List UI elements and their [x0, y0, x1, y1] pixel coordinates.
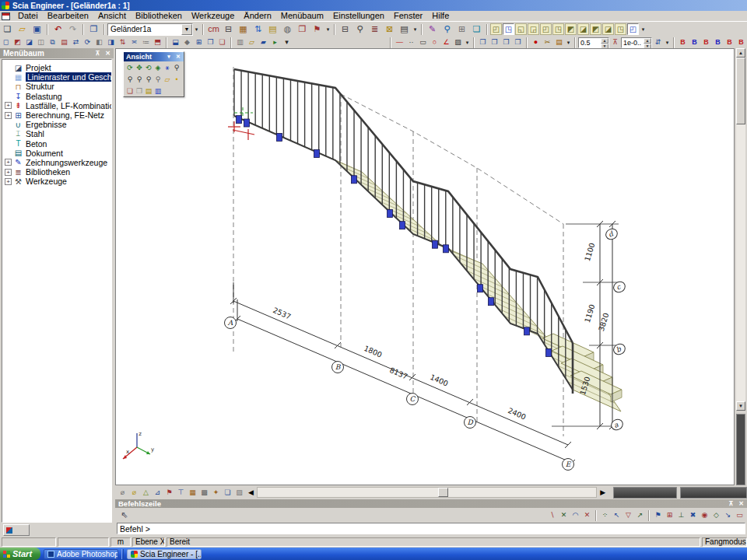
box-3d[interactable]: ⊠: [382, 23, 397, 36]
chevron-down-icon[interactable]: ▾: [565, 37, 572, 48]
sidebar-item-projekt[interactable]: ◪Projekt: [2, 63, 111, 72]
save-file[interactable]: ▣: [30, 23, 44, 36]
snap-cross[interactable]: ✕: [558, 510, 570, 520]
view-front[interactable]: ◰: [490, 23, 502, 35]
copy-entity[interactable]: ❐: [477, 37, 489, 47]
render-mode[interactable]: ▥: [153, 86, 163, 96]
expander-icon[interactable]: +: [5, 159, 12, 166]
task-button-scia[interactable]: Scia Engineer - [...: [127, 549, 202, 559]
move-entity[interactable]: ❐: [500, 37, 512, 47]
sidebar-item-zeichnungswerkzeuge[interactable]: +✎Zeichnungswerkzeuge: [2, 158, 111, 167]
snap-arc[interactable]: ◠: [570, 510, 581, 520]
select-layer[interactable]: ⧉: [47, 37, 58, 47]
close-icon[interactable]: ✕: [103, 49, 112, 58]
mesh-tool[interactable]: ▦: [187, 488, 198, 498]
menu-bearbeiten[interactable]: Bearbeiten: [43, 11, 93, 21]
chevron-down-icon[interactable]: ▾: [640, 23, 647, 35]
annotate[interactable]: ▰: [258, 37, 269, 47]
clipboard[interactable]: ▤: [553, 37, 565, 47]
start-button[interactable]: Start: [0, 548, 40, 560]
snap-step[interactable]: ⊼: [609, 37, 621, 47]
ansicht-toolbar-title[interactable]: Ansicht ▾ ✕: [124, 52, 184, 61]
menu-einstellungen[interactable]: Einstellungen: [328, 11, 389, 21]
beam-4[interactable]: B: [712, 37, 724, 47]
rotate[interactable]: ⟳: [82, 37, 93, 47]
sidebar-item-bibliotheken[interactable]: +≣Bibliotheken: [2, 167, 111, 177]
refresh[interactable]: ▸: [269, 37, 281, 47]
select-all[interactable]: ◻: [0, 37, 12, 47]
zoom-window[interactable]: ⚲: [135, 74, 144, 85]
view-iso[interactable]: ◰: [627, 23, 639, 35]
folder-view[interactable]: ▱: [163, 74, 172, 85]
calculator[interactable]: ▦: [236, 23, 251, 36]
print-data[interactable]: ⊟: [221, 23, 236, 36]
paste[interactable]: ❏: [216, 37, 228, 47]
view-axo4[interactable]: ◪: [602, 23, 614, 35]
array[interactable]: ⊞: [193, 37, 205, 47]
link-1[interactable]: ⌀: [117, 488, 128, 498]
vertical-scroll-thumb[interactable]: [736, 58, 745, 124]
window-view-1[interactable]: ❏: [125, 86, 135, 96]
select-window[interactable]: ◫: [35, 37, 47, 47]
hatch-tool[interactable]: ▨: [452, 37, 464, 47]
chevron-down-icon[interactable]: ▾: [193, 23, 200, 35]
mdi-child-icon[interactable]: [2, 12, 10, 20]
expander-icon[interactable]: +: [5, 178, 12, 185]
sidebar-item-berechnung--fe-netz[interactable]: +⊞Berechnung, FE-Netz: [2, 110, 111, 120]
new-file[interactable]: ❏: [0, 23, 15, 36]
expander-icon[interactable]: +: [5, 102, 12, 109]
beam-1[interactable]: B: [677, 37, 689, 47]
spinner-arrows[interactable]: ▲▼: [601, 38, 608, 47]
sidebar-item-ergebnisse[interactable]: ∪Ergebnisse: [2, 120, 111, 129]
chevron-down-icon[interactable]: ▾: [464, 37, 471, 48]
orbit-view[interactable]: ⟲: [144, 62, 153, 73]
circle-tool[interactable]: ○: [429, 37, 440, 47]
view-axo1[interactable]: ◩: [565, 23, 577, 35]
sidebar-item-lastf-lle--lf-kombinatio[interactable]: +⇟Lastfälle, LF-Kombinationen: [2, 101, 111, 110]
clipbox[interactable]: ▤: [144, 86, 153, 96]
view-right[interactable]: ◲: [528, 23, 539, 35]
zoom-prev[interactable]: ⚲: [153, 74, 163, 85]
model-viewport[interactable]: 25371800140024008137ABCDE110011901530382…: [115, 48, 735, 485]
scroll-left-icon[interactable]: ◀: [245, 488, 257, 498]
ansicht-floating-toolbar[interactable]: Ansicht ▾ ✕ ⟳✥⟲◈⚹⚲⚲⚲⚲⚲▱•❏❐▤▥: [123, 51, 184, 97]
scroll-down-icon[interactable]: ▼: [736, 401, 745, 411]
snap-flag[interactable]: ⚑: [652, 510, 664, 520]
sidebar-item-dokument[interactable]: ▤Dokument: [2, 149, 111, 158]
snap-perp[interactable]: ⊥: [675, 510, 687, 520]
panel-bottom-tab[interactable]: [3, 524, 30, 536]
snap-dir[interactable]: ↗: [634, 510, 646, 520]
pan-view[interactable]: ✥: [135, 62, 144, 73]
level-tool[interactable]: ⊤: [175, 488, 187, 498]
command-input[interactable]: Befehl >: [117, 523, 745, 534]
more[interactable]: ▾: [281, 37, 293, 47]
join[interactable]: ⬓: [170, 37, 181, 47]
axis-toggle[interactable]: ⇵: [652, 37, 664, 47]
snap-cursor[interactable]: ↖: [611, 510, 622, 520]
extend[interactable]: ≔: [140, 37, 152, 47]
rec-tool[interactable]: ▩: [198, 488, 210, 498]
sidebar-item-struktur[interactable]: ⊓Struktur: [2, 82, 111, 91]
menu-werkzeuge[interactable]: Werkzeuge: [187, 11, 239, 21]
hatch-box[interactable]: ▨: [233, 488, 245, 498]
pin-icon[interactable]: ⊼: [727, 499, 735, 508]
fillet[interactable]: ◆: [181, 37, 193, 47]
expander-icon[interactable]: +: [5, 112, 12, 119]
expander-icon[interactable]: +: [5, 169, 12, 176]
rect-tool[interactable]: ▭: [417, 37, 429, 47]
spin-up-icon[interactable]: ▲: [601, 38, 608, 44]
redo[interactable]: ↷: [65, 23, 80, 36]
view-left[interactable]: ◱: [515, 23, 527, 35]
axis-view[interactable]: ⚹: [163, 62, 172, 73]
link-2[interactable]: ⌀: [128, 488, 140, 498]
zoom-tool[interactable]: ⚲: [440, 23, 454, 36]
beam-3[interactable]: B: [700, 37, 712, 47]
angle-tool[interactable]: ∠: [440, 37, 452, 47]
sidebar-item-stahl[interactable]: ⌶Stahl: [2, 129, 111, 138]
mirror[interactable]: ◧: [93, 37, 105, 47]
project-window[interactable]: ❐: [86, 23, 101, 36]
triangle-tool[interactable]: △: [140, 488, 152, 498]
project-combo[interactable]: Geländer1a▼: [107, 23, 193, 36]
open-file[interactable]: ▱: [15, 23, 30, 36]
beam-2[interactable]: B: [689, 37, 700, 47]
